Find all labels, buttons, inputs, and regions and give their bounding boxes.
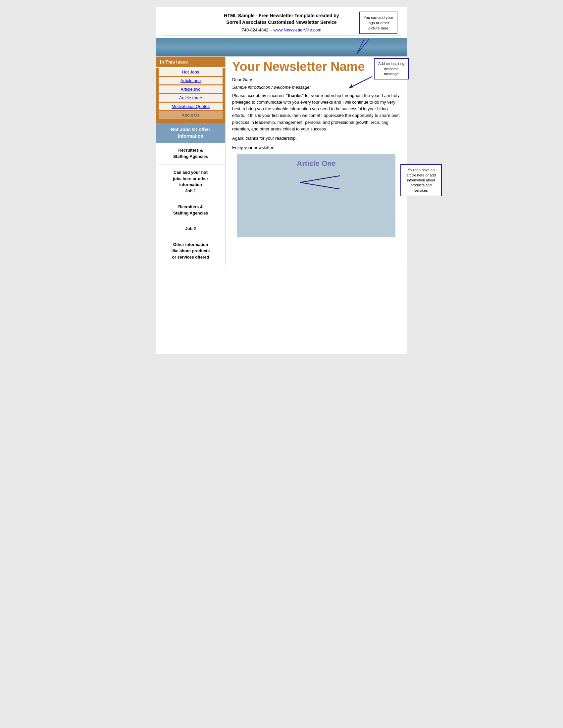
- body-paragraph-1: Please accept my sincerest "thanks" for …: [232, 92, 400, 132]
- intro-area: Dear Gary, Sample introduction / welcome…: [225, 75, 407, 246]
- logo-arrow-icon: [351, 36, 378, 56]
- body-paragraph-2: Again, thanks for your readership.: [232, 135, 400, 142]
- sidebar-other-info: Other informationlike about productsor s…: [156, 237, 225, 265]
- sidebar-recruiters-1: Recruiters &Staffing Agencies: [156, 143, 225, 165]
- sidebar-item-article-one[interactable]: Article one: [159, 77, 222, 84]
- sidebar-item-hot-jobs[interactable]: Hot Jobs: [159, 68, 222, 76]
- body-p1-after: for your readership throughout the year.…: [232, 93, 400, 131]
- main-content: In This Issue Hot Jobs Article one Artic…: [156, 56, 407, 265]
- logo-annotation-box: You can add your logo or other picture h…: [359, 12, 398, 34]
- header-website-link[interactable]: www.NewsletterVille.com: [273, 27, 321, 32]
- svg-line-4: [300, 176, 340, 182]
- sidebar-nav: Hot Jobs Article one Article two Article…: [156, 68, 225, 123]
- body-paragraph-3: Enjoy your newsletter!: [232, 144, 400, 151]
- body-p1-before: Please accept my sincerest: [232, 93, 286, 98]
- welcome-arrow-icon: [346, 75, 376, 91]
- sidebar-in-this-issue-heading: In This Issue: [156, 57, 225, 67]
- welcome-annotation-box: Add an inspiring welcome message: [374, 58, 409, 79]
- logo-box-text: You can add your logo or other picture h…: [364, 16, 393, 30]
- sidebar-job2-text: Job 2: [159, 226, 222, 232]
- sidebar-hot-jobs-heading: Hot Jobs Or other information: [156, 123, 225, 143]
- article-info-annotation-box: You can have an article here or add info…: [400, 164, 442, 196]
- right-content: Your Newsletter Name Add an inspiring we…: [225, 57, 407, 265]
- sidebar-item-article-two[interactable]: Article two: [159, 85, 222, 93]
- sidebar-recruiters-2-text: Recruiters &Staffing Agencies: [159, 204, 222, 217]
- sidebar-hot-jobs-info-text: Can add your hotjobs here or otherinform…: [159, 170, 222, 194]
- sidebar-recruiters-1-text: Recruiters &Staffing Agencies: [159, 147, 222, 160]
- header-title-line2: Sorrell Associates Customized Newsletter…: [226, 20, 337, 25]
- header-title-line1: HTML Sample - Free Newsletter Template c…: [224, 13, 339, 18]
- header-contact-text: 740-824-4842 ~: [242, 27, 273, 32]
- sidebar: In This Issue Hot Jobs Article one Artic…: [156, 57, 225, 265]
- welcome-box-text: Add an inspiring welcome message: [378, 62, 404, 76]
- newsletter-name-area: Your Newsletter Name Add an inspiring we…: [225, 57, 407, 75]
- sidebar-recruiters-2: Recruiters &Staffing Agencies: [156, 199, 225, 221]
- sidebar-item-about-us[interactable]: About Us: [159, 111, 222, 119]
- sidebar-item-article-three[interactable]: Article three: [159, 94, 222, 102]
- sidebar-item-motivational-quotes[interactable]: Motivational Quotes: [159, 103, 222, 110]
- article-one-section: Article One You can have an article here…: [237, 154, 396, 237]
- article-arrow-icon: [297, 172, 350, 192]
- header-area: HTML Sample - Free Newsletter Template c…: [156, 7, 407, 38]
- body-p1-bold: "thanks": [286, 93, 304, 98]
- header-divider: [162, 35, 401, 35]
- page-wrapper: HTML Sample - Free Newsletter Template c…: [156, 7, 407, 354]
- sidebar-other-info-text: Other informationlike about productsor s…: [159, 242, 222, 260]
- article-one-title: Article One: [242, 159, 391, 168]
- article-info-box-text: You can have an article here or add info…: [406, 168, 436, 192]
- sidebar-job2: Job 2: [156, 221, 225, 237]
- svg-line-5: [300, 182, 340, 189]
- sidebar-hot-jobs-info: Can add your hotjobs here or otherinform…: [156, 165, 225, 199]
- svg-marker-3: [349, 84, 353, 88]
